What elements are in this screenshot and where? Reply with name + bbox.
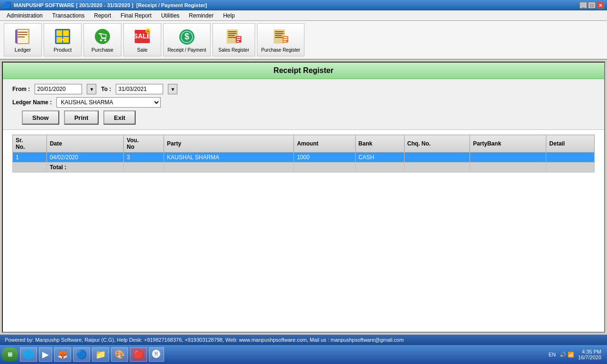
toolbar-ledger-button[interactable]: Ledger [4,23,42,56]
action-buttons-row: Show Print Exit [22,110,595,125]
svg-point-14 [104,39,106,41]
svg-rect-24 [228,33,237,34]
app-title: MANPUSHP SOFTWARE [ 20/1/2020 - 31/3/202… [14,2,133,8]
windows-icon: ⊞ [8,351,12,358]
locale-indicator: EN [549,352,556,357]
product-icon: P [53,27,72,46]
menu-administration[interactable]: Administration [2,11,47,20]
toolbar-purchase-register-button[interactable]: Purchase Register [257,23,304,56]
svg-text:SALE: SALE [134,32,151,40]
svg-rect-25 [228,35,235,36]
ledger-label: Ledger Name : [12,99,52,106]
total-chq [404,163,470,173]
menu-help[interactable]: Help [218,11,239,20]
print-button[interactable]: Print [64,110,99,125]
svg-text:%: % [147,30,149,33]
taskbar: ⊞ 🌐 ▶ 🦊 🔵 📁 🎨 🔴 🅜 EN 🔊 📶 4:35 PM 16/7/20… [0,345,607,364]
col-amount: Amount [294,135,356,153]
main-window: Receipt Register From : ▼ To : ▼ Ledger … [2,62,605,333]
cell-chq-no [404,153,470,163]
toolbar-purchase-button[interactable]: Purchase [83,23,121,56]
to-label: To : [101,86,111,92]
start-button[interactable]: ⊞ [2,347,18,362]
purchase-icon [93,27,112,46]
svg-rect-26 [228,37,236,38]
show-button[interactable]: Show [22,110,59,125]
menu-bar: Administration Transactions Report Final… [0,10,607,21]
page-title-text: Receipt Register [274,66,333,74]
sales-register-label: Sales Register [218,47,249,53]
exit-button[interactable]: Exit [103,110,136,125]
svg-rect-8 [63,30,69,36]
sale-icon: SALE % [133,27,152,46]
taskbar-chrome[interactable]: 🔵 [73,347,90,362]
restore-button[interactable]: □ [588,2,596,9]
title-bar-text: 🟦 MANPUSHP SOFTWARE [ 20/1/2020 - 31/3/2… [3,1,207,9]
col-party: Party [164,135,294,153]
menu-transactions[interactable]: Transactions [47,11,89,20]
table-header: Sr.No. Date Vou.No Party Amount Bank Chq… [13,135,595,153]
svg-text:$: $ [184,32,189,41]
table-body: 1 04/02/2020 3 KAUSHAL SHARMA 1000 CASH … [13,153,595,173]
taskbar-explorer[interactable]: 📁 [92,347,109,362]
toolbar-receipt-payment-button[interactable]: $ Receipt / Payment [163,23,211,56]
taskbar-ie[interactable]: 🌐 [20,347,37,362]
taskbar-app2[interactable]: 🅜 [149,347,164,362]
from-label: From : [12,86,30,92]
toolbar: Ledger P Product Purchase [0,21,607,60]
toolbar-sale-button[interactable]: SALE % Sale [123,23,161,56]
from-date-button[interactable]: ▼ [87,84,96,94]
svg-rect-3 [18,34,28,35]
col-bank: Bank [355,135,404,153]
menu-reminder[interactable]: Reminder [184,11,218,20]
taskbar-media[interactable]: ▶ [39,347,52,362]
menu-utilities[interactable]: Utilities [156,11,184,20]
cell-party-bank [470,153,546,163]
svg-rect-33 [275,33,284,34]
col-party-bank: PartyBank [470,135,546,153]
menu-final-report[interactable]: Final Report [116,11,156,20]
svg-rect-37 [284,37,287,38]
from-date-input[interactable] [35,84,82,94]
total-detail [546,163,595,173]
svg-rect-39 [284,41,286,42]
menu-report[interactable]: Report [89,11,116,20]
cell-detail [546,153,595,163]
taskbar-firefox[interactable]: 🦊 [54,347,71,362]
to-date-input[interactable] [116,84,163,94]
window-title: [Receipt / Payment Register] [136,2,207,8]
table-total-row: Total : [13,163,595,173]
purchase-label: Purchase [92,47,113,53]
svg-rect-28 [237,37,240,38]
col-date: Date [46,135,123,153]
table-row[interactable]: 1 04/02/2020 3 KAUSHAL SHARMA 1000 CASH [13,153,595,163]
clock-time: 4:35 PM [578,349,601,355]
svg-rect-29 [237,39,240,40]
cell-party: KAUSHAL SHARMA [164,153,294,163]
cell-amount: 1000 [294,153,356,163]
svg-text:P: P [61,38,64,42]
svg-rect-10 [63,37,69,43]
svg-point-12 [95,29,110,44]
ledger-label: Ledger [15,47,31,53]
taskbar-paint[interactable]: 🎨 [111,347,128,362]
svg-rect-34 [275,35,282,36]
taskbar-app1[interactable]: 🔴 [130,347,147,362]
total-amount [294,163,356,173]
cell-date: 04/02/2020 [46,153,123,163]
to-date-button[interactable]: ▼ [168,84,177,94]
col-detail: Detail [546,135,595,153]
col-sr-no: Sr.No. [13,135,47,153]
cell-bank: CASH [355,153,404,163]
minimize-button[interactable]: _ [579,2,587,9]
svg-rect-4 [18,36,25,37]
close-button[interactable]: ✕ [597,2,604,9]
total-label [13,163,47,173]
total-vou [124,163,164,173]
title-bar-controls: _ □ ✕ [579,2,604,9]
toolbar-product-button[interactable]: P Product [44,23,82,56]
svg-rect-23 [228,31,237,32]
toolbar-sales-register-button[interactable]: Sales Register [212,23,255,56]
total-bank [355,163,404,173]
ledger-select[interactable]: KAUSHAL SHARMA [56,97,161,108]
